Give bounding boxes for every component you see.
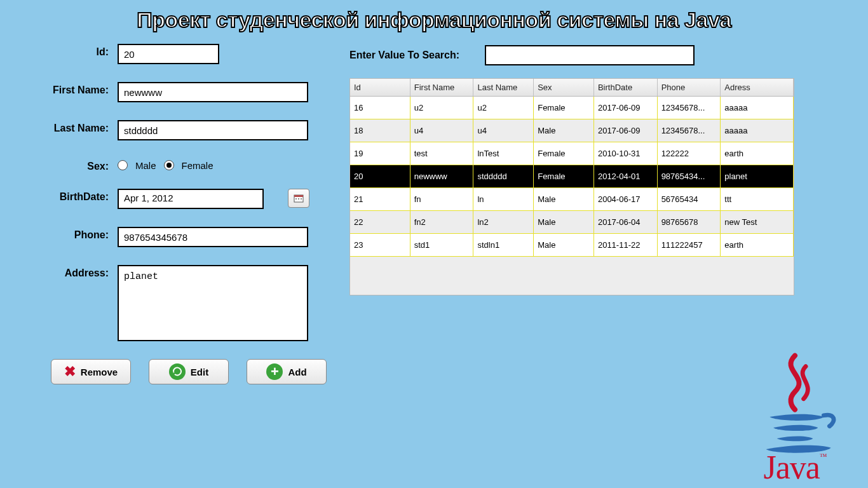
page-title: Проект студенческой информационной систе… xyxy=(0,0,868,37)
table-header-cell[interactable]: BirthDate xyxy=(594,79,658,97)
form-panel: Id: First Name: Last Name: Sex: Male Fem… xyxy=(25,44,318,384)
table-cell: ln xyxy=(473,188,534,210)
firstname-label: First Name: xyxy=(25,82,118,96)
id-label: Id: xyxy=(25,44,118,58)
table-cell: fn xyxy=(410,188,474,210)
svg-rect-4 xyxy=(301,198,302,200)
table-cell: 22 xyxy=(350,211,410,233)
table-row[interactable]: 23std1stdln1Male2011-11-22111222457earth xyxy=(350,234,794,257)
phone-input[interactable] xyxy=(118,227,308,247)
table-cell: newwww xyxy=(410,165,474,187)
table-cell: Male xyxy=(534,234,594,256)
sex-female-label: Female xyxy=(182,160,214,171)
table-row[interactable]: 18u4u4Male2017-06-0912345678...aaaaa xyxy=(350,119,794,142)
table-cell: 2010-10-31 xyxy=(594,142,658,165)
table-header-cell[interactable]: First Name xyxy=(410,79,474,97)
address-textarea[interactable]: planet xyxy=(118,265,308,341)
svg-rect-2 xyxy=(295,198,297,200)
firstname-input[interactable] xyxy=(118,82,308,102)
java-logo-text: Java xyxy=(763,449,819,485)
birthdate-input[interactable]: Apr 1, 2012 xyxy=(118,189,264,209)
table-cell: 21 xyxy=(350,188,410,210)
table-cell: 111222457 xyxy=(658,234,721,256)
edit-button[interactable]: Edit xyxy=(149,359,229,384)
search-input[interactable] xyxy=(485,45,695,65)
search-label: Enter Value To Search: xyxy=(349,50,459,61)
sex-male-radio[interactable] xyxy=(118,160,128,170)
table-cell: Female xyxy=(534,142,594,165)
lastname-label: Last Name: xyxy=(25,120,118,134)
table-cell: Female xyxy=(534,97,594,119)
sex-label: Sex: xyxy=(25,158,118,172)
table-cell: Male xyxy=(534,188,594,210)
remove-button-label: Remove xyxy=(81,367,118,377)
table-cell: 19 xyxy=(350,142,410,165)
table-cell: 12345678... xyxy=(658,97,721,119)
table-cell: 2004-06-17 xyxy=(594,188,658,210)
table-cell: std1 xyxy=(410,234,474,256)
lastname-input[interactable] xyxy=(118,120,308,140)
birthdate-label: BirthDate: xyxy=(25,189,118,203)
table-header-cell[interactable]: Last Name xyxy=(473,79,534,97)
table-row[interactable]: 22fn2ln2Male2017-06-0498765678new Test xyxy=(350,211,794,234)
id-input[interactable] xyxy=(118,44,219,64)
table-cell: aaaaa xyxy=(721,97,794,119)
right-panel: Enter Value To Search: IdFirst NameLast … xyxy=(349,44,843,384)
add-icon: + xyxy=(266,363,283,380)
table-cell: u4 xyxy=(473,119,534,142)
table-cell: earth xyxy=(721,142,794,165)
table-cell: aaaaa xyxy=(721,119,794,142)
svg-rect-1 xyxy=(294,195,303,197)
table-cell: 18 xyxy=(350,119,410,142)
table-row[interactable]: 20newwwwstdddddFemale2012-04-0198765434.… xyxy=(350,165,794,188)
table-cell: lnTest xyxy=(473,142,534,165)
edit-button-label: Edit xyxy=(191,367,208,377)
phone-label: Phone: xyxy=(25,227,118,241)
table-header-cell[interactable]: Id xyxy=(350,79,410,97)
table-cell: u2 xyxy=(473,97,534,119)
svg-rect-3 xyxy=(298,198,299,200)
java-logo-tm: ™ xyxy=(820,452,827,461)
table-cell: earth xyxy=(721,234,794,256)
table-cell: 12345678... xyxy=(658,119,721,142)
table-header-cell[interactable]: Adress xyxy=(721,79,794,97)
table-cell: Male xyxy=(534,119,594,142)
table-cell: 122222 xyxy=(658,142,721,165)
address-label: Address: xyxy=(25,265,118,279)
data-table: IdFirst NameLast NameSexBirthDatePhoneAd… xyxy=(349,78,794,295)
table-cell: u4 xyxy=(410,119,474,142)
sex-male-label: Male xyxy=(135,160,156,171)
table-row[interactable]: 19testlnTestFemale2010-10-31122222earth xyxy=(350,142,794,165)
add-button[interactable]: + Add xyxy=(247,359,327,384)
table-cell: stddddd xyxy=(473,165,534,187)
remove-icon: ✖ xyxy=(64,363,76,380)
calendar-button[interactable] xyxy=(288,189,309,208)
remove-button[interactable]: ✖ Remove xyxy=(51,359,131,384)
table-cell: 98765678 xyxy=(658,211,721,233)
table-cell: Male xyxy=(534,211,594,233)
edit-icon xyxy=(169,363,186,380)
calendar-icon xyxy=(294,194,304,203)
table-cell: 98765434... xyxy=(658,165,721,187)
table-cell: 16 xyxy=(350,97,410,119)
table-cell: 23 xyxy=(350,234,410,256)
table-cell: test xyxy=(410,142,474,165)
table-header: IdFirst NameLast NameSexBirthDatePhoneAd… xyxy=(350,79,794,97)
table-cell: 2011-11-22 xyxy=(594,234,658,256)
table-cell: Female xyxy=(534,165,594,187)
table-header-cell[interactable]: Sex xyxy=(534,79,594,97)
table-cell: new Test xyxy=(721,211,794,233)
table-cell: planet xyxy=(721,165,794,187)
table-cell: 2017-06-09 xyxy=(594,119,658,142)
table-row[interactable]: 16u2u2Female2017-06-0912345678...aaaaa xyxy=(350,97,794,119)
table-cell: fn2 xyxy=(410,211,474,233)
java-logo: Java™ xyxy=(735,352,855,483)
table-cell: 56765434 xyxy=(658,188,721,210)
table-header-cell[interactable]: Phone xyxy=(658,79,721,97)
table-cell: 2017-06-09 xyxy=(594,97,658,119)
sex-female-radio[interactable] xyxy=(164,160,174,170)
table-cell: u2 xyxy=(410,97,474,119)
table-row[interactable]: 21fnlnMale2004-06-1756765434ttt xyxy=(350,188,794,211)
add-button-label: Add xyxy=(288,367,306,377)
table-cell: 2012-04-01 xyxy=(594,165,658,187)
